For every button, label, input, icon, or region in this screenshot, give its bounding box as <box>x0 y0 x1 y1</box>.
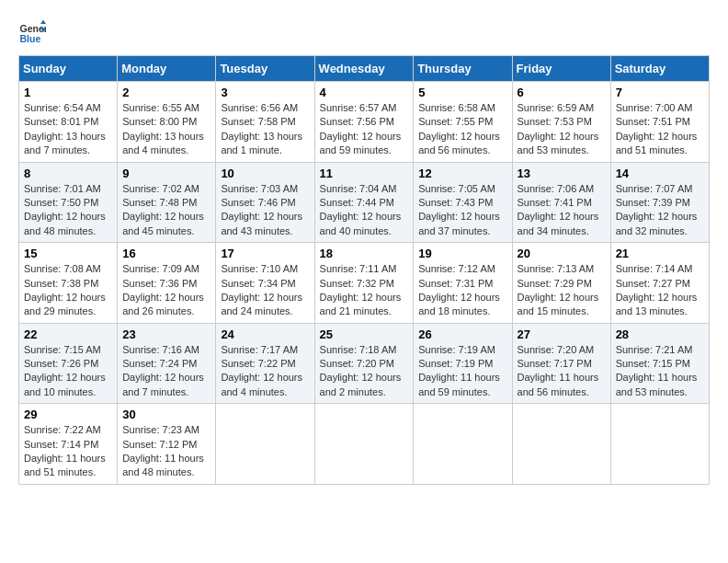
weekday-header-wednesday: Wednesday <box>314 56 414 82</box>
calendar-day-cell: 26Sunrise: 7:19 AM Sunset: 7:19 PM Dayli… <box>414 323 512 404</box>
day-number: 19 <box>418 247 506 260</box>
day-info: Sunrise: 7:01 AM Sunset: 7:50 PM Dayligh… <box>24 182 112 239</box>
day-info: Sunrise: 7:23 AM Sunset: 7:12 PM Dayligh… <box>122 423 210 480</box>
calendar-day-cell: 12Sunrise: 7:05 AM Sunset: 7:43 PM Dayli… <box>414 162 512 243</box>
day-number: 30 <box>122 408 210 421</box>
day-info: Sunrise: 7:02 AM Sunset: 7:48 PM Dayligh… <box>122 182 210 239</box>
calendar-day-cell: 2Sunrise: 6:55 AM Sunset: 8:00 PM Daylig… <box>118 82 216 163</box>
weekday-header-sunday: Sunday <box>19 56 118 82</box>
calendar-day-cell: 24Sunrise: 7:17 AM Sunset: 7:22 PM Dayli… <box>216 323 314 404</box>
day-info: Sunrise: 7:06 AM Sunset: 7:41 PM Dayligh… <box>518 182 606 239</box>
empty-cell <box>216 404 314 485</box>
empty-cell <box>512 404 610 485</box>
day-info: Sunrise: 7:05 AM Sunset: 7:43 PM Dayligh… <box>418 182 506 239</box>
day-info: Sunrise: 7:11 AM Sunset: 7:32 PM Dayligh… <box>320 262 409 319</box>
day-info: Sunrise: 7:21 AM Sunset: 7:15 PM Dayligh… <box>616 343 704 400</box>
day-info: Sunrise: 7:09 AM Sunset: 7:36 PM Dayligh… <box>122 262 210 319</box>
day-info: Sunrise: 7:12 AM Sunset: 7:31 PM Dayligh… <box>418 262 506 319</box>
day-number: 1 <box>24 86 112 99</box>
svg-marker-2 <box>40 20 46 25</box>
empty-cell <box>414 404 512 485</box>
page-header: General Blue <box>18 18 710 46</box>
day-number: 24 <box>221 327 309 341</box>
day-info: Sunrise: 7:00 AM Sunset: 7:51 PM Dayligh… <box>616 101 704 158</box>
calendar-week-row: 15Sunrise: 7:08 AM Sunset: 7:38 PM Dayli… <box>19 243 710 324</box>
weekday-header-friday: Friday <box>512 56 610 82</box>
calendar-day-cell: 15Sunrise: 7:08 AM Sunset: 7:38 PM Dayli… <box>19 243 118 324</box>
calendar-day-cell: 21Sunrise: 7:14 AM Sunset: 7:27 PM Dayli… <box>610 243 709 324</box>
day-number: 29 <box>24 408 112 421</box>
calendar-day-cell: 9Sunrise: 7:02 AM Sunset: 7:48 PM Daylig… <box>118 162 216 243</box>
calendar-week-row: 1Sunrise: 6:54 AM Sunset: 8:01 PM Daylig… <box>19 82 710 163</box>
empty-cell <box>314 404 414 485</box>
day-number: 6 <box>518 86 606 99</box>
calendar-week-row: 29Sunrise: 7:22 AM Sunset: 7:14 PM Dayli… <box>19 404 710 485</box>
day-number: 13 <box>518 167 606 180</box>
day-info: Sunrise: 6:57 AM Sunset: 7:56 PM Dayligh… <box>320 101 409 158</box>
logo-icon: General Blue <box>18 18 46 46</box>
calendar-day-cell: 10Sunrise: 7:03 AM Sunset: 7:46 PM Dayli… <box>216 162 314 243</box>
calendar-day-cell: 13Sunrise: 7:06 AM Sunset: 7:41 PM Dayli… <box>512 162 610 243</box>
day-number: 16 <box>122 247 210 260</box>
day-number: 21 <box>616 247 704 260</box>
day-info: Sunrise: 7:07 AM Sunset: 7:39 PM Dayligh… <box>616 182 704 239</box>
logo: General Blue <box>18 18 50 46</box>
day-info: Sunrise: 7:20 AM Sunset: 7:17 PM Dayligh… <box>518 343 606 400</box>
calendar-day-cell: 3Sunrise: 6:56 AM Sunset: 7:58 PM Daylig… <box>216 82 314 163</box>
day-info: Sunrise: 7:15 AM Sunset: 7:26 PM Dayligh… <box>24 343 112 400</box>
calendar-day-cell: 18Sunrise: 7:11 AM Sunset: 7:32 PM Dayli… <box>314 243 414 324</box>
day-number: 26 <box>418 327 506 341</box>
day-info: Sunrise: 6:55 AM Sunset: 8:00 PM Dayligh… <box>122 101 210 158</box>
day-number: 9 <box>122 167 210 180</box>
day-number: 8 <box>24 167 112 180</box>
day-info: Sunrise: 7:13 AM Sunset: 7:29 PM Dayligh… <box>518 262 606 319</box>
calendar-day-cell: 1Sunrise: 6:54 AM Sunset: 8:01 PM Daylig… <box>19 82 118 163</box>
day-number: 17 <box>221 247 309 260</box>
calendar-day-cell: 22Sunrise: 7:15 AM Sunset: 7:26 PM Dayli… <box>19 323 118 404</box>
day-info: Sunrise: 7:04 AM Sunset: 7:44 PM Dayligh… <box>320 182 409 239</box>
calendar-day-cell: 8Sunrise: 7:01 AM Sunset: 7:50 PM Daylig… <box>19 162 118 243</box>
weekday-header-tuesday: Tuesday <box>216 56 314 82</box>
day-number: 15 <box>24 247 112 260</box>
calendar-day-cell: 25Sunrise: 7:18 AM Sunset: 7:20 PM Dayli… <box>314 323 414 404</box>
calendar-header-row: SundayMondayTuesdayWednesdayThursdayFrid… <box>19 56 710 82</box>
day-info: Sunrise: 7:22 AM Sunset: 7:14 PM Dayligh… <box>24 423 112 480</box>
day-number: 3 <box>221 86 309 99</box>
svg-text:Blue: Blue <box>20 33 41 44</box>
weekday-header-monday: Monday <box>118 56 216 82</box>
day-number: 5 <box>418 86 506 99</box>
day-number: 12 <box>418 167 506 180</box>
day-info: Sunrise: 6:54 AM Sunset: 8:01 PM Dayligh… <box>24 101 112 158</box>
calendar-day-cell: 27Sunrise: 7:20 AM Sunset: 7:17 PM Dayli… <box>512 323 610 404</box>
calendar-day-cell: 30Sunrise: 7:23 AM Sunset: 7:12 PM Dayli… <box>118 404 216 485</box>
day-number: 27 <box>518 327 606 341</box>
calendar-day-cell: 28Sunrise: 7:21 AM Sunset: 7:15 PM Dayli… <box>610 323 709 404</box>
day-number: 28 <box>616 327 704 341</box>
calendar-day-cell: 5Sunrise: 6:58 AM Sunset: 7:55 PM Daylig… <box>414 82 512 163</box>
day-info: Sunrise: 7:19 AM Sunset: 7:19 PM Dayligh… <box>418 343 506 400</box>
weekday-header-thursday: Thursday <box>414 56 512 82</box>
calendar-day-cell: 16Sunrise: 7:09 AM Sunset: 7:36 PM Dayli… <box>118 243 216 324</box>
day-number: 18 <box>320 247 409 260</box>
calendar-day-cell: 11Sunrise: 7:04 AM Sunset: 7:44 PM Dayli… <box>314 162 414 243</box>
day-info: Sunrise: 6:58 AM Sunset: 7:55 PM Dayligh… <box>418 101 506 158</box>
day-info: Sunrise: 6:56 AM Sunset: 7:58 PM Dayligh… <box>221 101 309 158</box>
day-number: 7 <box>616 86 704 99</box>
day-number: 2 <box>122 86 210 99</box>
calendar-week-row: 22Sunrise: 7:15 AM Sunset: 7:26 PM Dayli… <box>19 323 710 404</box>
day-number: 20 <box>518 247 606 260</box>
day-info: Sunrise: 6:59 AM Sunset: 7:53 PM Dayligh… <box>518 101 606 158</box>
calendar-day-cell: 20Sunrise: 7:13 AM Sunset: 7:29 PM Dayli… <box>512 243 610 324</box>
day-number: 10 <box>221 167 309 180</box>
calendar-day-cell: 4Sunrise: 6:57 AM Sunset: 7:56 PM Daylig… <box>314 82 414 163</box>
day-info: Sunrise: 7:16 AM Sunset: 7:24 PM Dayligh… <box>122 343 210 400</box>
day-info: Sunrise: 7:18 AM Sunset: 7:20 PM Dayligh… <box>320 343 409 400</box>
calendar-week-row: 8Sunrise: 7:01 AM Sunset: 7:50 PM Daylig… <box>19 162 710 243</box>
day-info: Sunrise: 7:14 AM Sunset: 7:27 PM Dayligh… <box>616 262 704 319</box>
day-number: 11 <box>320 167 409 180</box>
calendar-day-cell: 14Sunrise: 7:07 AM Sunset: 7:39 PM Dayli… <box>610 162 709 243</box>
day-number: 25 <box>320 327 409 341</box>
day-number: 14 <box>616 167 704 180</box>
day-info: Sunrise: 7:03 AM Sunset: 7:46 PM Dayligh… <box>221 182 309 239</box>
calendar-day-cell: 23Sunrise: 7:16 AM Sunset: 7:24 PM Dayli… <box>118 323 216 404</box>
